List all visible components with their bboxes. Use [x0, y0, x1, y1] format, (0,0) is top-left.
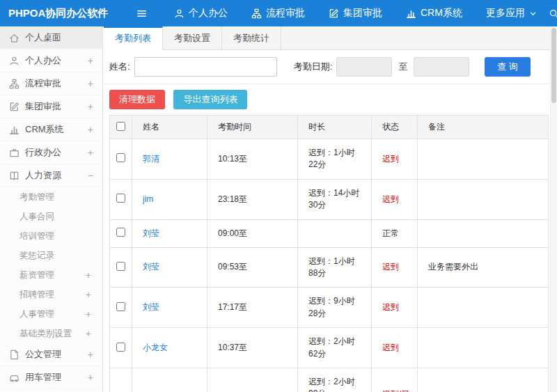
select-all-checkbox[interactable]: [116, 122, 125, 131]
to-label: 至: [398, 61, 407, 73]
tab-attendance-list[interactable]: 考勤列表: [104, 26, 163, 50]
sidebar-item-label: 个人办公: [25, 54, 61, 67]
top-navigation: 个人办公 流程审批 集团审批 CRM系统 更多应用: [162, 0, 549, 26]
duration-cell: 迟到：1小时88分: [298, 247, 372, 288]
expand-plus-icon[interactable]: +: [86, 270, 91, 280]
sidebar-item-hr[interactable]: 人力资源 −: [0, 164, 102, 187]
row-checkbox[interactable]: [116, 194, 125, 203]
export-list-button[interactable]: 导出查询列表: [173, 90, 247, 109]
main-content: 考勤列表 考勤设置 考勤统计 姓名: 考勤日期: 至 查 询 清理数据 导出查询…: [104, 26, 557, 392]
attendance-table-wrap: 姓名 考勤时间 时长 状态 备注 郭清 10:13至 迟到：1小时22分 迟到: [109, 115, 549, 392]
nav-personal-office[interactable]: 个人办公: [162, 0, 240, 26]
header-duration: 时长: [298, 116, 372, 139]
nav-label: CRM系统: [421, 7, 462, 19]
workflow-icon: [9, 79, 25, 89]
expand-plus-icon[interactable]: +: [88, 373, 93, 382]
sidebar-subitem-base-category-settings[interactable]: 基础类别设置 +: [0, 324, 102, 343]
table-row: 刘莹 17:17至 迟到：9小时28分 迟到: [110, 288, 549, 328]
date-start-input[interactable]: [336, 57, 392, 77]
sidebar-item-group-approval[interactable]: 集团审批 +: [0, 95, 102, 118]
tab-attendance-settings[interactable]: 考勤设置: [163, 26, 222, 49]
sidebar-item-document-management[interactable]: 公文管理 +: [0, 343, 102, 366]
row-checkbox[interactable]: [116, 153, 125, 162]
sidebar-item-admin-office[interactable]: 行政办公 +: [0, 141, 102, 164]
home-icon: [9, 33, 25, 43]
time-cell: 09:00至: [207, 219, 298, 247]
table-row: 郭清 10:13至 迟到：1小时22分 迟到: [110, 139, 549, 180]
expand-plus-icon[interactable]: +: [86, 290, 91, 299]
collapse-minus-icon[interactable]: −: [88, 171, 93, 180]
name-link[interactable]: 刘莹: [143, 228, 159, 238]
menu-toggle-icon[interactable]: [136, 8, 147, 19]
scrollbar-thumb[interactable]: [551, 28, 556, 103]
sidebar-subitem-label: 奖惩记录: [19, 250, 54, 262]
tab-attendance-statistics[interactable]: 考勤统计: [222, 26, 281, 49]
sidebar-item-label: 公文管理: [25, 348, 61, 361]
name-link[interactable]: 刘莹: [143, 302, 159, 312]
sidebar-item-label: 流程审批: [25, 77, 61, 90]
sidebar-subitem-attendance-management[interactable]: 考勤管理: [0, 187, 102, 207]
sidebar-item-personal-desktop[interactable]: 个人桌面: [0, 26, 102, 49]
expand-plus-icon[interactable]: +: [88, 125, 93, 134]
clear-data-button[interactable]: 清理数据: [109, 90, 165, 109]
nav-label: 集团审批: [343, 7, 382, 19]
note-cell: [418, 179, 549, 219]
sidebar-subitem-rewards-records[interactable]: 奖惩记录: [0, 246, 102, 265]
sidebar-subitem-personnel-management[interactable]: 人事管理 +: [0, 304, 102, 324]
edit-icon: [329, 8, 339, 19]
note-cell: [418, 139, 549, 180]
name-label: 姓名:: [109, 61, 130, 73]
attendance-table: 姓名 考勤时间 时长 状态 备注 郭清 10:13至 迟到：1小时22分 迟到: [109, 115, 549, 392]
header-time: 考勤时间: [207, 116, 298, 139]
header-name: 姓名: [132, 116, 207, 139]
expand-plus-icon[interactable]: +: [86, 329, 91, 338]
time-cell: 23:18至: [207, 179, 298, 219]
sidebar-subitem-recruitment-management[interactable]: 招聘管理 +: [0, 285, 102, 304]
duration-cell: 迟到：2小时62分: [298, 328, 372, 368]
nav-label: 个人办公: [189, 7, 228, 19]
search-button[interactable]: 查 询: [485, 57, 531, 77]
name-link[interactable]: 郭清: [143, 154, 159, 164]
sidebar-item-vehicle-management[interactable]: 用车管理 +: [0, 366, 102, 389]
nav-group-approval[interactable]: 集团审批: [317, 0, 394, 26]
scrollbar[interactable]: [550, 26, 557, 392]
filter-bar: 姓名: 考勤日期: 至 查 询: [104, 50, 557, 84]
sidebar-subitem-hr-contract[interactable]: 人事合同: [0, 207, 102, 226]
nav-more-apps[interactable]: 更多应用: [474, 0, 549, 26]
expand-plus-icon[interactable]: +: [88, 148, 93, 157]
name-link[interactable]: 小龙女: [143, 343, 168, 352]
document-icon: [9, 350, 25, 360]
sidebar-subitem-salary-management[interactable]: 薪资管理 +: [0, 265, 102, 285]
date-end-input[interactable]: [414, 57, 469, 77]
nav-crm[interactable]: CRM系统: [394, 0, 474, 26]
sidebar-item-crm[interactable]: CRM系统 +: [0, 118, 102, 141]
search-icon[interactable]: [549, 8, 557, 19]
expand-plus-icon[interactable]: +: [88, 79, 93, 88]
name-link[interactable]: jim: [143, 194, 153, 204]
row-checkbox[interactable]: [116, 302, 125, 311]
sidebar-item-personal-office[interactable]: 个人办公 +: [0, 49, 102, 72]
sidebar-subitem-label: 招聘管理: [19, 289, 54, 301]
sidebar-subitem-label: 基础类别设置: [19, 328, 72, 340]
workflow-icon: [251, 8, 262, 19]
duration-cell: 迟到：1小时22分: [298, 139, 372, 180]
expand-plus-icon[interactable]: +: [88, 56, 93, 65]
table-header-row: 姓名 考勤时间 时长 状态 备注: [110, 116, 549, 139]
duration-cell: [298, 219, 372, 247]
expand-plus-icon[interactable]: +: [88, 350, 93, 359]
expand-plus-icon[interactable]: +: [86, 309, 91, 319]
note-cell: [418, 288, 549, 328]
row-checkbox[interactable]: [116, 228, 125, 237]
name-link[interactable]: 刘莹: [143, 262, 159, 272]
sidebar-subitem-training[interactable]: 培训管理: [0, 226, 102, 246]
sidebar-item-label: 人力资源: [25, 169, 61, 182]
sidebar-item-workflow-approval[interactable]: 流程审批 +: [0, 72, 102, 95]
row-checkbox[interactable]: [116, 343, 125, 352]
table-row: 小龙女 10:37至 迟到：2小时62分 迟到: [110, 328, 549, 368]
name-input[interactable]: [134, 57, 277, 77]
row-checkbox[interactable]: [116, 262, 125, 271]
status-cell: 迟到: [372, 288, 418, 328]
expand-plus-icon[interactable]: +: [88, 102, 93, 111]
sidebar-item-label: 用车管理: [25, 371, 61, 384]
nav-workflow-approval[interactable]: 流程审批: [240, 0, 317, 26]
